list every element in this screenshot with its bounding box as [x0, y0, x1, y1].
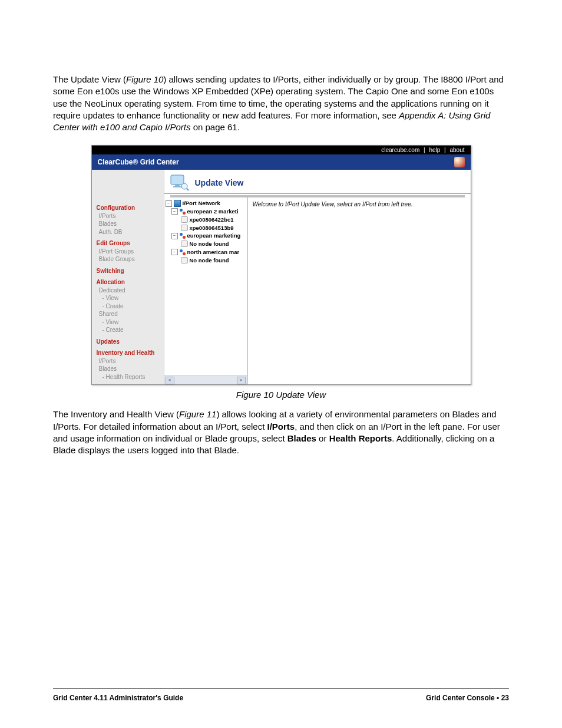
figure-ref: Figure 11	[179, 409, 216, 419]
tree-group-label: european marketing	[187, 232, 241, 240]
app-title-bar: ClearCube® Grid Center	[92, 154, 471, 170]
link-help[interactable]: help	[428, 147, 441, 153]
node-icon	[181, 257, 188, 263]
nav-inventory-health[interactable]: Inventory and Health	[97, 349, 161, 357]
tree-horizontal-scrollbar[interactable]: < >	[164, 375, 247, 384]
footer-section: Grid Center Console • 23	[426, 694, 509, 702]
nav-shared-view[interactable]: - View	[103, 318, 161, 327]
iport-tree: − I/Port Network − european 2 marketi	[164, 197, 248, 384]
update-view-icon	[170, 174, 189, 191]
link-clearcube[interactable]: clearcube.com	[380, 147, 421, 153]
intro-paragraph-2: The Inventory and Health View (Figure 11…	[53, 409, 509, 456]
tree-node[interactable]: No node found	[166, 240, 246, 248]
nav-authdb[interactable]: Auth. DB	[99, 228, 161, 236]
nav-inv-iports[interactable]: I/Ports	[99, 357, 161, 365]
tree-group-label: european 2 marketi	[187, 207, 239, 216]
network-icon	[174, 200, 181, 207]
text: The Update View (	[53, 74, 126, 84]
footer-page-number: 23	[501, 694, 509, 702]
nav-shared-create[interactable]: - Create	[103, 326, 161, 334]
detail-pane: Welcome to I/Port Update View, select an…	[248, 197, 471, 384]
main-title: Update View	[195, 178, 244, 187]
node-icon	[181, 225, 188, 231]
tree-root-label: I/Port Network	[183, 199, 220, 207]
group-icon	[180, 209, 186, 215]
nav-iports[interactable]: I/Ports	[99, 212, 161, 220]
node-icon	[181, 216, 188, 223]
node-icon	[181, 241, 188, 247]
clearcube-logo-icon	[454, 157, 465, 167]
app-header-links: clearcube.com | help | about	[92, 146, 471, 154]
collapse-icon[interactable]: −	[171, 208, 178, 215]
detail-welcome-text: Welcome to I/Port Update View, select an…	[253, 201, 413, 207]
separator: |	[441, 147, 448, 153]
collapse-icon[interactable]: −	[171, 249, 178, 255]
figure-ref: Figure 10	[126, 74, 163, 84]
nav-blades[interactable]: Blades	[99, 220, 161, 228]
tree-group[interactable]: − european 2 marketi	[166, 207, 246, 216]
collapse-icon[interactable]: −	[166, 200, 172, 207]
nav-updates[interactable]: Updates	[97, 338, 161, 346]
nav-health-reports[interactable]: - Health Reports	[103, 373, 161, 381]
tree-node[interactable]: No node found	[166, 256, 246, 265]
app-main: Update View − I/Port Network	[164, 170, 471, 384]
scroll-right-icon[interactable]: >	[237, 377, 246, 384]
app-sidebar: Configuration I/Ports Blades Auth. DB Ed…	[92, 170, 164, 384]
text: or	[316, 433, 329, 443]
footer-section-name: Grid Center Console	[426, 694, 495, 702]
nav-iport-groups[interactable]: I/Port Groups	[99, 248, 161, 256]
nav-shared[interactable]: Shared	[99, 310, 161, 318]
tree-node-label: No node found	[190, 240, 229, 248]
nav-dedicated[interactable]: Dedicated	[99, 286, 161, 295]
app-title: ClearCube® Grid Center	[98, 158, 179, 166]
page-footer: Grid Center 4.11 Administrator's Guide G…	[53, 689, 509, 702]
svg-rect-1	[175, 185, 180, 186]
group-icon	[180, 249, 186, 255]
scroll-left-icon[interactable]: <	[166, 377, 174, 384]
svg-rect-0	[171, 175, 184, 185]
bold-iports: I/Ports	[267, 421, 295, 431]
app-screenshot: clearcube.com | help | about ClearCube® …	[91, 145, 471, 385]
group-icon	[180, 233, 186, 239]
text: The Inventory and Health View (	[53, 409, 179, 419]
tree-node[interactable]: xpe00806422bc1	[166, 216, 246, 224]
tree-node-label: No node found	[190, 256, 229, 265]
tree-node-label: xpe008064513b9	[190, 224, 234, 232]
svg-rect-2	[173, 186, 181, 187]
nav-dedicated-create[interactable]: - Create	[103, 302, 161, 311]
nav-inv-blades[interactable]: Blades	[99, 365, 161, 373]
tree-node[interactable]: xpe008064513b9	[166, 224, 246, 232]
footer-guide-title: Grid Center 4.11 Administrator's Guide	[53, 694, 183, 702]
tree-group-label: north american mar	[187, 248, 240, 256]
tree-root[interactable]: − I/Port Network	[166, 199, 246, 207]
figure-caption: Figure 10 Update View	[53, 390, 509, 400]
nav-blade-groups[interactable]: Blade Groups	[99, 255, 161, 263]
footer-sep: •	[495, 694, 501, 702]
bold-health-reports: Health Reports	[329, 433, 392, 443]
collapse-icon[interactable]: −	[171, 233, 178, 239]
tree-node-label: xpe00806422bc1	[190, 216, 234, 224]
nav-configuration[interactable]: Configuration	[97, 204, 161, 212]
intro-paragraph-1: The Update View (Figure 10) allows sendi…	[53, 74, 509, 133]
svg-point-3	[181, 183, 187, 189]
separator: |	[421, 147, 428, 153]
nav-allocation[interactable]: Allocation	[97, 278, 161, 286]
nav-edit-groups[interactable]: Edit Groups	[97, 239, 161, 248]
text: on page 61.	[190, 122, 239, 132]
nav-switching[interactable]: Switching	[97, 267, 161, 275]
tree-group[interactable]: − european marketing	[166, 232, 246, 240]
main-title-row: Update View	[164, 170, 471, 194]
tree-group[interactable]: − north american mar	[166, 248, 246, 256]
link-about[interactable]: about	[448, 147, 465, 153]
svg-line-4	[187, 189, 189, 190]
nav-dedicated-view[interactable]: - View	[103, 294, 161, 302]
bold-blades: Blades	[287, 433, 316, 443]
